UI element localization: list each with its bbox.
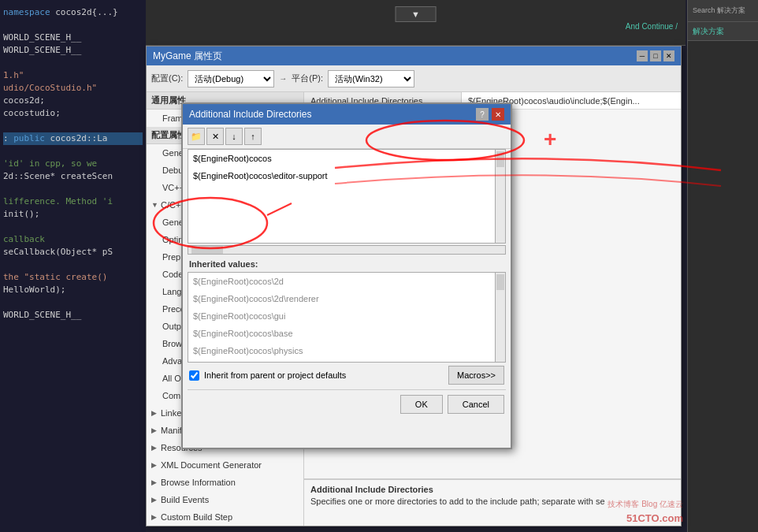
code-line: the "static create() bbox=[3, 271, 143, 284]
inherited-label: Inherited values: bbox=[183, 256, 511, 272]
entries-section: $(EngineRoot)cocos $(EngineRoot)cocos\ed… bbox=[188, 149, 506, 244]
inherit-label: Inherit from parent or project defaults bbox=[204, 370, 346, 380]
tree-label-browse: Browse Information bbox=[161, 475, 236, 489]
tree-node-xml[interactable]: ▶ XML Document Generator bbox=[147, 456, 303, 474]
separator bbox=[188, 389, 506, 390]
inherited-entry-1: $(EngineRoot)cocos\2d bbox=[188, 273, 495, 290]
help-button[interactable]: ? bbox=[476, 108, 489, 121]
code-line bbox=[3, 296, 143, 309]
code-line: WORLD_SCENE_H__ bbox=[3, 32, 143, 44]
search-bar: Search 解决方案 bbox=[688, 0, 758, 22]
include-toolbar: 📁 ✕ ↓ ↑ bbox=[183, 125, 511, 149]
titlebar-buttons: ─ □ ✕ bbox=[637, 50, 674, 61]
code-line: seCallback(Object* pS bbox=[3, 246, 143, 259]
watermark-logo: 51CTO.com bbox=[626, 512, 683, 524]
tree-node-browse[interactable]: ▶ Browse Information bbox=[147, 474, 303, 491]
inherited-scrollbar[interactable] bbox=[495, 272, 506, 363]
cancel-button[interactable]: Cancel bbox=[448, 395, 504, 414]
tree-node-custom-build[interactable]: ▶ Custom Build Step bbox=[147, 508, 303, 526]
include-dialog-title: Additional Include Directories bbox=[189, 109, 311, 120]
macros-button[interactable]: Macros>> bbox=[448, 366, 504, 385]
inherited-entries-list: $(EngineRoot)cocos\2d $(EngineRoot)cocos… bbox=[188, 272, 506, 363]
code-line: lifference. Method 'i bbox=[3, 195, 143, 208]
delete-icon-btn[interactable]: ✕ bbox=[206, 128, 224, 145]
continue-btn[interactable]: And Continue / bbox=[626, 22, 678, 31]
code-line: HelloWorld); bbox=[3, 284, 143, 296]
code-line: init(); bbox=[3, 208, 143, 221]
code-editor: namespace cocos2d{...} WORLD_SCENE_H__ W… bbox=[0, 0, 146, 532]
include-entries-list[interactable]: $(EngineRoot)cocos $(EngineRoot)cocos\ed… bbox=[188, 149, 506, 244]
expand-arrow-resources: ▶ bbox=[151, 441, 159, 455]
dialog-title: MyGame 属性页 bbox=[153, 50, 222, 63]
folder-icon-btn[interactable]: 📁 bbox=[188, 128, 205, 145]
ok-cancel-buttons: OK Cancel bbox=[400, 395, 504, 414]
code-line: 2d::Scene* createScen bbox=[3, 170, 143, 183]
config-label: 配置(C): bbox=[151, 73, 183, 84]
code-line bbox=[3, 259, 143, 271]
config-select[interactable]: 活动(Debug) bbox=[188, 70, 274, 87]
tree-label-xml: XML Document Generator bbox=[161, 458, 262, 472]
tree-label-build-events: Build Events bbox=[161, 493, 209, 507]
right-sidebar: Search 解决方案 解决方案 bbox=[687, 0, 758, 532]
code-line: 1.h" bbox=[3, 69, 143, 82]
inherited-entry-5: $(EngineRoot)cocos\physics bbox=[188, 342, 495, 359]
include-dialog: Additional Include Directories ? ✕ 📁 ✕ ↓… bbox=[181, 102, 512, 449]
inherited-entry-2: $(EngineRoot)cocos\2d\renderer bbox=[188, 290, 495, 307]
search-label: Search 解决方案 bbox=[693, 6, 745, 16]
horizontal-scrollbar[interactable] bbox=[188, 245, 506, 255]
inherited-section: $(EngineRoot)cocos\2d $(EngineRoot)cocos… bbox=[188, 272, 506, 363]
inherited-entry-4: $(EngineRoot)cocos\base bbox=[188, 325, 495, 342]
code-line bbox=[3, 57, 143, 69]
code-line bbox=[3, 221, 143, 233]
platform-select[interactable]: 活动(Win32) bbox=[328, 70, 414, 87]
expand-arrow-build-events: ▶ bbox=[151, 493, 159, 507]
move-up-btn[interactable]: ↑ bbox=[244, 128, 262, 145]
solution-explorer-btn[interactable]: 解决方案 bbox=[688, 22, 758, 41]
expand-arrow-cpp: ▼ bbox=[151, 198, 159, 212]
code-line bbox=[3, 145, 143, 158]
inherit-checkbox-row: Inherit from parent or project defaults … bbox=[183, 363, 511, 388]
tree-label-custom-build: Custom Build Step bbox=[161, 510, 232, 524]
inherit-checkbox[interactable] bbox=[189, 370, 199, 381]
code-line bbox=[3, 120, 143, 132]
code-line: WORLD_SCENE_H__ bbox=[3, 309, 143, 322]
include-dialog-titlebar: Additional Include Directories ? ✕ bbox=[183, 104, 511, 125]
code-line: WORLD_SCENE_H__ bbox=[3, 44, 143, 57]
scrollbar-thumb bbox=[496, 151, 504, 167]
hscroll-thumb bbox=[191, 246, 223, 254]
include-entry-2[interactable]: $(EngineRoot)cocos\editor-support bbox=[188, 167, 495, 184]
include-entry-1[interactable]: $(EngineRoot)cocos bbox=[188, 150, 495, 167]
expand-arrow-browse: ▶ bbox=[151, 475, 159, 489]
expand-arrow-custom-build: ▶ bbox=[151, 510, 159, 524]
code-line: : public cocos2d::La bbox=[3, 132, 143, 145]
code-line bbox=[3, 183, 143, 195]
code-line: cocostudio; bbox=[3, 107, 143, 120]
expand-arrow-manifest: ▶ bbox=[151, 423, 159, 437]
top-bar-tab[interactable]: ▼ bbox=[395, 6, 437, 22]
inherited-entry-3: $(EngineRoot)cocos\gui bbox=[188, 307, 495, 325]
code-line: cocos2d; bbox=[3, 95, 143, 107]
arrow-icon: → bbox=[279, 74, 287, 83]
close-dialog-button[interactable]: ✕ bbox=[492, 108, 504, 121]
minimize-button[interactable]: ─ bbox=[637, 50, 648, 61]
code-line: namespace cocos2d{...} bbox=[3, 6, 143, 19]
code-line: callback bbox=[3, 233, 143, 246]
expand-arrow-xml: ▶ bbox=[151, 458, 159, 472]
code-line: udio/CocoStudio.h" bbox=[3, 82, 143, 95]
code-line: 'id' in cpp, so we bbox=[3, 158, 143, 170]
top-bar: ▼ And Continue / bbox=[146, 0, 686, 46]
description-title: Additional Include Directories bbox=[310, 485, 674, 494]
entries-scrollbar[interactable] bbox=[495, 149, 506, 244]
expand-arrow-linker: ▶ bbox=[151, 406, 159, 420]
close-button[interactable]: ✕ bbox=[663, 50, 674, 61]
maximize-button[interactable]: □ bbox=[650, 50, 661, 61]
solution-label: 解决方案 bbox=[693, 26, 724, 37]
tree-node-build-events[interactable]: ▶ Build Events bbox=[147, 491, 303, 508]
platform-label: 平台(P): bbox=[292, 73, 323, 84]
ok-button[interactable]: OK bbox=[400, 395, 443, 414]
inherited-scrollbar-thumb bbox=[496, 274, 504, 290]
move-down-btn[interactable]: ↓ bbox=[225, 128, 243, 145]
dialog-action-buttons: OK Cancel bbox=[183, 392, 511, 417]
code-line bbox=[3, 19, 143, 32]
dialog-titlebar: MyGame 属性页 ─ □ ✕ bbox=[147, 47, 681, 65]
